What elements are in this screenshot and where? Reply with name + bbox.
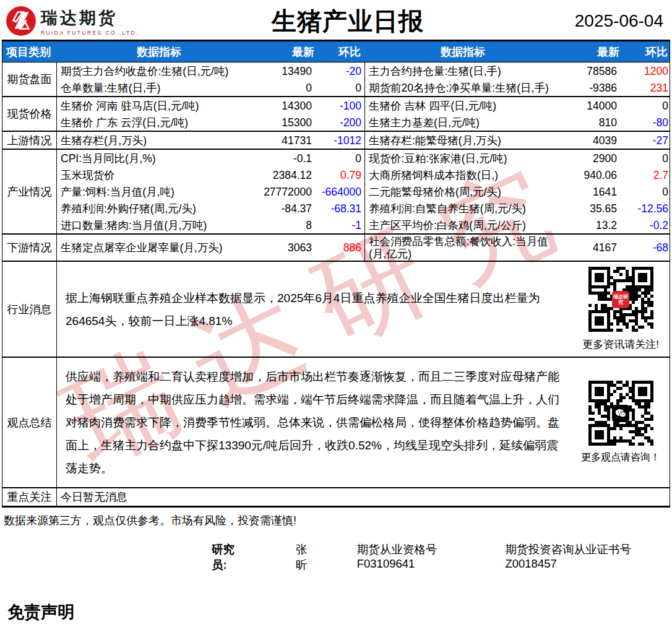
data-table: 项目类别 数据指标 最新 环比 数据指标 最新 环比 期货盘面期货主力合约收盘价… [2, 40, 670, 508]
change-value: -68.31 [318, 200, 364, 217]
col-header-latest-left: 最新 [261, 45, 318, 59]
section-industry-news: 行业消息 据上海钢联重点养殖企业样本数据显示，2025年6月4日重点养殖企业全国… [2, 261, 670, 357]
latest-value: 4039 [561, 132, 623, 149]
news-qr-column: 瑞达研究 更多资讯请关注! [575, 262, 670, 357]
wechat-qr-code-summary [588, 381, 653, 446]
table-section: 上游情况生猪存栏(月,万头)41731-1012生猪存栏:能繁母猪(月,万头)4… [2, 131, 670, 149]
latest-value: 3063 [261, 235, 318, 261]
latest-value: 35.65 [561, 200, 623, 217]
page-title: 生猪产业日报 [147, 4, 548, 38]
section-rows: 生猪存栏(月,万头)41731-1012生猪存栏:能繁母猪(月,万头)4039-… [57, 132, 671, 149]
latest-value: -9386 [561, 79, 623, 96]
change-value: -1 [318, 217, 364, 233]
section-rows: 期货主力合约收盘价:生猪(日,元/吨)13490-20主力合约持仓量:生猪(日,… [57, 63, 671, 96]
indicator-label: 生猪价 河南 驻马店(日,元/吨) [57, 97, 261, 114]
summary-paragraph: 供应端，养殖端和二育认卖程度增加，后市市场出栏节奏逐渐恢复，而且二三季度对应母猪… [66, 365, 567, 480]
change-value: 1200 [623, 63, 671, 79]
table-row: 生猪定点屠宰企业屠宰量(月,万头)3063886社会消费品零售总额:餐饮收入:当… [57, 235, 671, 261]
col-header-latest-right: 最新 [561, 45, 623, 59]
researcher-name: 张昕 [296, 542, 317, 573]
col-header-change-right: 环比 [623, 45, 671, 59]
change-value: -0.2 [623, 217, 671, 233]
indicator-label: 主产区平均价:白条鸡(周,元/公斤) [364, 217, 561, 233]
latest-value: 41731 [261, 132, 318, 149]
latest-value: 13.2 [561, 217, 623, 233]
report-date: 2025-06-04 [548, 11, 666, 31]
latest-value: 1641 [561, 183, 623, 200]
indicator-label: 进口数量:猪肉:当月值(月,万吨) [57, 217, 261, 233]
latest-value: 810 [561, 114, 623, 131]
table-row: 养殖利润:外购仔猪(周,元/头)-84.37-68.31养殖利润:自繁自养生猪(… [57, 200, 671, 217]
summary-text: 供应端，养殖端和二育认卖程度增加，后市市场出栏节奏逐渐恢复，而且二三季度对应母猪… [57, 358, 575, 487]
industry-news-paragraph: 据上海钢联重点养殖企业样本数据显示，2025年6月4日重点养殖企业全国生猪日度出… [66, 287, 567, 332]
change-value: 0.79 [318, 166, 364, 183]
indicator-label: 现货价:豆粕:张家港(日,元/吨) [364, 150, 561, 166]
indicator-label: 生猪定点屠宰企业屠宰量(月,万头) [57, 235, 261, 261]
summary-cell: 供应端，养殖端和二育认卖程度增加，后市市场出栏节奏逐渐恢复，而且二三季度对应母猪… [57, 358, 670, 487]
researcher-label: 研究员: [212, 542, 248, 573]
category-label: 观点总结 [2, 358, 57, 487]
risk-footnote: 数据来源第三方，观点仅供参考。市场有风险，投资需谨慎! [0, 508, 672, 528]
change-value: -100 [318, 97, 364, 114]
indicator-label: 期货前20名持仓:净买单量:生猪(日,手) [364, 79, 561, 96]
table-row: 生猪价 广东 云浮(日,元/吨)15300-200生猪主力基差(日,元/吨)81… [57, 114, 671, 131]
table-header-row: 项目类别 数据指标 最新 环比 数据指标 最新 环比 [2, 41, 670, 62]
disclaimer-section: 免责声明 本报告中的信息均来源于公开可获得资料，瑞达期货股份有限公司力求准确可靠… [0, 601, 672, 627]
change-value: -80 [623, 114, 671, 131]
latest-value: 14300 [261, 97, 318, 114]
qr-center-logo-wechat [612, 405, 629, 422]
indicator-label: CPI:当月同比(月,%) [57, 150, 261, 166]
latest-value: 14000 [561, 97, 623, 114]
latest-value: 2900 [561, 150, 623, 166]
news-qr-caption: 更多资讯请关注! [582, 337, 659, 352]
col-header-category: 项目类别 [2, 45, 57, 59]
disclaimer-heading: 免责声明 [7, 601, 665, 623]
latest-value: -84.37 [261, 200, 318, 217]
section-rows: CPI:当月同比(月,%)-0.10现货价:豆粕:张家港(日,元/吨)29000… [57, 150, 671, 233]
change-value: 0 [318, 150, 364, 166]
change-value: -27 [623, 132, 671, 149]
table-row: 进口数量:猪肉:当月值(月,万吨)8-1主产区平均价:白条鸡(周,元/公斤)13… [57, 217, 671, 233]
latest-value: 0 [261, 79, 318, 96]
change-value: 2.7 [623, 166, 671, 183]
table-section: 下游情况生猪定点屠宰企业屠宰量(月,万头)3063886社会消费品零售总额:餐饮… [2, 233, 670, 261]
section-summary: 观点总结 供应端，养殖端和二育认卖程度增加，后市市场出栏节奏逐渐恢复，而且二三季… [2, 357, 670, 487]
change-value: 231 [623, 79, 671, 96]
report-page: 瑞达研究 瑞达期货 RUIDA FUTURES CO.,LTD. 生猪产业日报 … [0, 0, 672, 627]
researcher-line: 研究员: 张昕 期货从业资格号F03109641 期货投资咨询从业证书号Z001… [0, 542, 672, 573]
table-section: 现货价格生猪价 河南 驻马店(日,元/吨)14300-100生猪价 吉林 四平(… [2, 96, 670, 131]
ruida-logo-icon [5, 5, 37, 37]
indicator-label: 产量:饲料:当月值(月,吨) [57, 183, 261, 200]
latest-value: 4167 [561, 235, 623, 261]
change-value: -1012 [318, 132, 364, 149]
logo-name-cn: 瑞达期货 [41, 7, 139, 29]
indicator-label: 养殖利润:自繁自养生猪(周,元/头) [364, 200, 561, 217]
table-row: 期货主力合约收盘价:生猪(日,元/吨)13490-20主力合约持仓量:生猪(日,… [57, 63, 671, 79]
section-rows: 生猪价 河南 驻马店(日,元/吨)14300-100生猪价 吉林 四平(日,元/… [57, 97, 671, 131]
report-header: 瑞达期货 RUIDA FUTURES CO.,LTD. 生猪产业日报 2025-… [0, 0, 672, 40]
logo-text: 瑞达期货 RUIDA FUTURES CO.,LTD. [41, 7, 139, 36]
change-value: 0 [623, 97, 671, 114]
table-section: 产业情况CPI:当月同比(月,%)-0.10现货价:豆粕:张家港(日,元/吨)2… [2, 149, 670, 233]
wechat-qr-code-news: 瑞达研究 [588, 267, 653, 332]
table-row: 生猪存栏(月,万头)41731-1012生猪存栏:能繁母猪(月,万头)4039-… [57, 132, 671, 149]
change-value: 886 [318, 235, 364, 261]
col-header-indicator-right: 数据指标 [364, 45, 561, 59]
indicator-label: 仓单数量:生猪(日,手) [57, 79, 261, 96]
focus-cell: 今日暂无消息 [57, 488, 670, 506]
indicator-label: 期货主力合约收盘价:生猪(日,元/吨) [57, 63, 261, 79]
section-rows: 生猪定点屠宰企业屠宰量(月,万头)3063886社会消费品零售总额:餐饮收入:当… [57, 235, 671, 261]
indicator-label: 主力合约持仓量:生猪(日,手) [364, 63, 561, 79]
change-value: 0 [623, 183, 671, 200]
table-row: 仓单数量:生猪(日,手)00期货前20名持仓:净买单量:生猪(日,手)-9386… [57, 79, 671, 96]
table-row: 生猪价 河南 驻马店(日,元/吨)14300-100生猪价 吉林 四平(日,元/… [57, 97, 671, 114]
col-header-change-left: 环比 [318, 45, 364, 59]
change-value: -20 [318, 63, 364, 79]
company-logo: 瑞达期货 RUIDA FUTURES CO.,LTD. [5, 5, 147, 37]
indicator-label: 生猪主力基差(日,元/吨) [364, 114, 561, 131]
change-value: -12.56 [623, 200, 671, 217]
change-value: -68 [623, 235, 671, 261]
col-header-indicator-left: 数据指标 [57, 45, 261, 59]
category-label: 上游情况 [2, 132, 57, 149]
summary-qr-column: 更多观点请咨询！ [575, 358, 670, 487]
